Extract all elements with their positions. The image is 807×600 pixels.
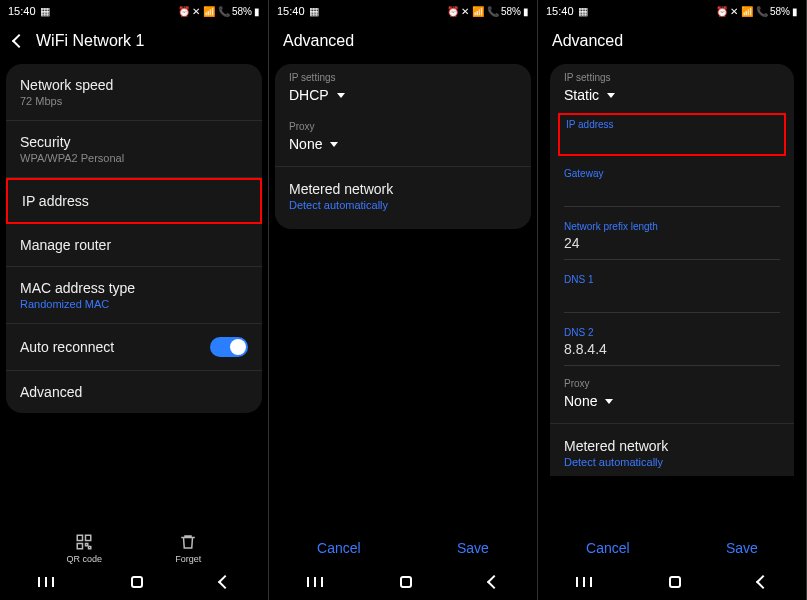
save-button[interactable]: Save: [457, 540, 489, 556]
metered-network-row[interactable]: Metered network Detect automatically: [275, 171, 531, 221]
action-bar: Cancel Save: [269, 526, 537, 564]
dns1-input[interactable]: [564, 288, 780, 306]
row-title: Metered network: [564, 438, 780, 454]
nav-back-icon[interactable]: [487, 575, 501, 589]
notif-icon: ▦: [309, 5, 319, 18]
screen-advanced-static: 15:40 ▦ ⏰ ✕ 📶 📞 58% ▮ Advanced IP settin…: [538, 0, 807, 600]
ip-settings-field[interactable]: IP settings Static: [550, 64, 794, 113]
dns2-input[interactable]: 8.8.4.4: [564, 341, 780, 359]
proxy-field[interactable]: Proxy None: [550, 376, 794, 419]
row-network-speed[interactable]: Network speed 72 Mbps: [6, 64, 262, 121]
nav-bar: [0, 564, 268, 600]
nav-back-icon[interactable]: [756, 575, 770, 589]
qr-label: QR code: [67, 554, 103, 564]
prefix-label: Network prefix length: [564, 221, 780, 232]
row-manage-router[interactable]: Manage router: [6, 224, 262, 267]
ip-settings-value: DHCP: [289, 87, 329, 103]
proxy-value: None: [289, 136, 322, 152]
status-battery: 58%: [232, 6, 252, 17]
ip-settings-value: Static: [564, 87, 599, 103]
nav-home-icon[interactable]: [400, 576, 412, 588]
settings-panel: Network speed 72 Mbps Security WPA/WPA2 …: [6, 64, 262, 413]
row-title: IP address: [22, 193, 89, 209]
save-button[interactable]: Save: [726, 540, 758, 556]
row-sub: WPA/WPA2 Personal: [20, 152, 124, 164]
row-mac-address-type[interactable]: MAC address type Randomized MAC: [6, 267, 262, 324]
row-title: Auto reconnect: [20, 339, 114, 355]
row-ip-address[interactable]: IP address: [6, 178, 262, 224]
status-time: 15:40: [277, 5, 305, 17]
screen-advanced-dhcp: 15:40 ▦ ⏰ ✕ 📶 📞 58% ▮ Advanced IP settin…: [269, 0, 538, 600]
row-auto-reconnect[interactable]: Auto reconnect: [6, 324, 262, 371]
svg-rect-0: [78, 535, 83, 540]
bottom-toolbar: QR code Forget: [0, 528, 268, 564]
row-sub: 72 Mbps: [20, 95, 113, 107]
metered-network-row[interactable]: Metered network Detect automatically: [550, 428, 794, 474]
svg-rect-2: [78, 544, 83, 549]
field-label: IP settings: [564, 72, 780, 83]
prefix-input-block[interactable]: Network prefix length 24: [550, 217, 794, 255]
screen-wifi-details: 15:40 ▦ ⏰ ✕ 📶 📞 58% ▮ WiFi Network 1 Net…: [0, 0, 269, 600]
dns2-label: DNS 2: [564, 327, 780, 338]
row-title: Security: [20, 134, 124, 150]
dns1-input-block[interactable]: DNS 1: [550, 270, 794, 308]
back-icon[interactable]: [12, 34, 26, 48]
dns1-label: DNS 1: [564, 274, 780, 285]
prefix-input[interactable]: 24: [564, 235, 780, 253]
row-title: Network speed: [20, 77, 113, 93]
forget-button[interactable]: Forget: [175, 533, 201, 564]
advanced-panel: IP settings DHCP Proxy None Metered netw…: [275, 64, 531, 229]
cancel-button[interactable]: Cancel: [317, 540, 361, 556]
row-title: Advanced: [20, 384, 82, 400]
status-bar: 15:40 ▦ ⏰ ✕ 📶 📞 58% ▮: [538, 0, 806, 22]
nav-recent-icon[interactable]: [38, 577, 54, 587]
nav-back-icon[interactable]: [218, 575, 232, 589]
cancel-button[interactable]: Cancel: [586, 540, 630, 556]
row-title: Metered network: [289, 181, 517, 197]
advanced-scroll[interactable]: IP settings Static IP address Gateway Ne…: [538, 64, 806, 526]
dns2-input-block[interactable]: DNS 2 8.8.4.4: [550, 323, 794, 361]
chevron-down-icon: [607, 93, 615, 98]
status-icons: ⏰ ✕ 📶 📞: [178, 6, 230, 17]
status-icons: ⏰ ✕ 📶 📞: [716, 6, 768, 17]
gateway-input-block[interactable]: Gateway: [550, 164, 794, 202]
page-title: Advanced: [283, 32, 354, 50]
proxy-value: None: [564, 393, 597, 409]
trash-icon: [179, 533, 197, 551]
forget-label: Forget: [175, 554, 201, 564]
header: WiFi Network 1: [0, 22, 268, 64]
gateway-input[interactable]: [564, 182, 780, 200]
status-battery: 58%: [770, 6, 790, 17]
row-sub: Detect automatically: [564, 456, 780, 468]
auto-reconnect-toggle[interactable]: [210, 337, 248, 357]
page-title: Advanced: [552, 32, 623, 50]
notif-icon: ▦: [578, 5, 588, 18]
qr-code-button[interactable]: QR code: [67, 533, 103, 564]
row-title: Manage router: [20, 237, 111, 253]
ip-address-input[interactable]: [566, 130, 778, 146]
header: Advanced: [538, 22, 806, 64]
nav-recent-icon[interactable]: [307, 577, 323, 587]
action-bar: Cancel Save: [538, 526, 806, 564]
svg-rect-1: [86, 535, 91, 540]
proxy-field[interactable]: Proxy None: [275, 113, 531, 162]
notif-icon: ▦: [40, 5, 50, 18]
chevron-down-icon: [337, 93, 345, 98]
status-time: 15:40: [8, 5, 36, 17]
nav-bar: [538, 564, 806, 600]
nav-home-icon[interactable]: [131, 576, 143, 588]
nav-recent-icon[interactable]: [576, 577, 592, 587]
header: Advanced: [269, 22, 537, 64]
chevron-down-icon: [605, 399, 613, 404]
row-advanced[interactable]: Advanced: [6, 371, 262, 413]
ip-settings-field[interactable]: IP settings DHCP: [275, 64, 531, 113]
nav-home-icon[interactable]: [669, 576, 681, 588]
row-security[interactable]: Security WPA/WPA2 Personal: [6, 121, 262, 178]
chevron-down-icon: [330, 142, 338, 147]
battery-icon: ▮: [523, 6, 529, 17]
status-bar: 15:40 ▦ ⏰ ✕ 📶 📞 58% ▮: [269, 0, 537, 22]
nav-bar: [269, 564, 537, 600]
row-sub: Detect automatically: [289, 199, 517, 211]
gateway-label: Gateway: [564, 168, 780, 179]
ip-address-input-highlight: IP address: [558, 113, 786, 156]
